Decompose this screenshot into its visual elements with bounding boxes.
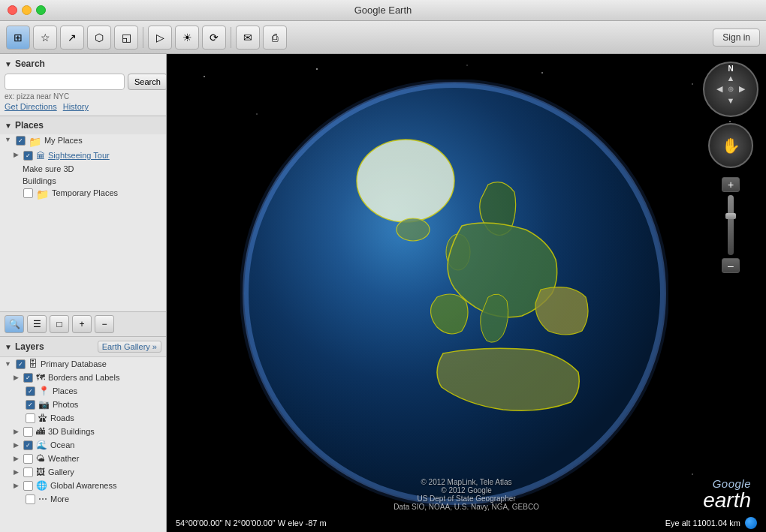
primary-db-checkbox[interactable]: ✓ (16, 359, 26, 369)
search-row: Search (5, 74, 161, 90)
weather-checkbox[interactable] (23, 454, 33, 464)
sightseeing-label[interactable]: Sightseeing Tour (48, 151, 110, 160)
sightseeing-tour-item[interactable]: ▶ ✓ 🏛 Sightseeing Tour (0, 149, 166, 163)
my-places-item[interactable]: ▼ ✓ 📁 My Places (0, 134, 166, 149)
north-label: N (728, 65, 733, 73)
earth-gallery-button[interactable]: Earth Gallery » (98, 341, 161, 353)
svg-point-1 (204, 76, 205, 77)
email-button[interactable]: ✉ (236, 26, 260, 50)
compass-center[interactable]: ⊕ (725, 84, 737, 95)
status-bar: 54°00'00.00" N 2°00'00.00" W elev -87 m … (167, 514, 766, 532)
globe-status-icon[interactable] (745, 517, 757, 529)
places-header: ▼ Places (0, 116, 166, 134)
sightseeing-checkbox[interactable]: ✓ (23, 151, 33, 161)
search-collapse-icon[interactable]: ▼ (5, 60, 12, 68)
svg-point-14 (541, 72, 543, 74)
arrow-se[interactable] (736, 95, 747, 106)
more-item[interactable]: ⋯ More (0, 492, 166, 506)
search-title: Search (15, 59, 45, 69)
photos-icon: 📷 (38, 399, 50, 410)
gallery-item[interactable]: ▶ 🖼 Gallery (0, 465, 166, 479)
view-mode-button[interactable]: ⊞ (6, 26, 30, 50)
maximize-button[interactable] (36, 5, 46, 15)
borders-item[interactable]: ▶ ✓ 🗺 Borders and Labels (0, 371, 166, 384)
overlay-button[interactable]: ◱ (114, 26, 138, 50)
tour-button[interactable]: ▷ (148, 26, 172, 50)
polygon-button[interactable]: ⬡ (87, 26, 111, 50)
zoom-thumb[interactable] (725, 213, 736, 219)
history-link[interactable]: History (63, 102, 89, 111)
expand-gallery: ▶ (14, 468, 19, 476)
more-icon: ⋯ (38, 494, 47, 504)
3d-note-item: Make sure 3D (0, 163, 166, 175)
3d-buildings-checkbox[interactable] (23, 427, 33, 437)
svg-point-3 (316, 68, 318, 70)
globe[interactable] (240, 80, 668, 507)
arrow-sw[interactable] (714, 95, 725, 106)
temporary-places-item[interactable]: ▶ 📁 Temporary Places (0, 187, 166, 202)
weather-item[interactable]: ▶ 🌤 Weather (0, 452, 166, 465)
arrow-w[interactable]: ◀ (714, 84, 725, 95)
minimize-button[interactable] (22, 5, 32, 15)
arrow-n[interactable]: ▲ (725, 73, 737, 84)
gallery-checkbox[interactable] (23, 467, 33, 477)
global-item[interactable]: ▶ 🌐 Global Awareness (0, 479, 166, 492)
global-checkbox[interactable] (23, 481, 33, 491)
roads-checkbox[interactable] (26, 413, 35, 423)
list-view-btn[interactable]: ☰ (27, 315, 47, 333)
eye-alt-container: Eye alt 11001.04 km (665, 517, 757, 529)
titlebar: Google Earth (0, 0, 766, 21)
placemark-button[interactable]: ☆ (33, 26, 57, 50)
expand-layers-icon: ▼ (5, 360, 11, 368)
compass-ring[interactable]: N ▲ ◀ ⊕ ▶ ▼ (703, 62, 758, 117)
my-places-checkbox[interactable]: ✓ (16, 136, 26, 146)
print-button[interactable]: ⎙ (263, 26, 287, 50)
photos-label: Photos (53, 400, 78, 409)
arrow-ne[interactable] (736, 73, 747, 84)
detail-view-btn[interactable]: □ (50, 315, 69, 333)
zoom-in-button[interactable]: + (722, 177, 740, 192)
borders-checkbox[interactable]: ✓ (23, 373, 33, 383)
primary-db-item[interactable]: ▼ ✓ 🗄 Primary Database (0, 357, 166, 371)
search-input[interactable] (5, 74, 125, 90)
places-layer-checkbox[interactable]: ✓ (26, 386, 35, 396)
roads-label: Roads (50, 413, 74, 422)
search-places-btn[interactable]: 🔍 (5, 315, 24, 333)
photos-item[interactable]: ✓ 📷 Photos (0, 398, 166, 411)
historical-button[interactable]: ⟳ (202, 26, 226, 50)
roads-item[interactable]: 🛣 Roads (0, 411, 166, 425)
add-folder-btn[interactable]: + (72, 315, 92, 333)
global-label: Global Awareness (50, 481, 116, 490)
arrow-nw[interactable] (714, 73, 725, 84)
close-button[interactable] (8, 5, 17, 15)
db-icon: 🗄 (29, 359, 38, 369)
arrow-e[interactable]: ▶ (736, 84, 747, 95)
places-title: Places (15, 120, 44, 131)
zoom-track[interactable] (728, 195, 734, 255)
3d-note-label: Make sure 3D (23, 164, 74, 173)
get-directions-link[interactable]: Get Directions (5, 102, 57, 111)
ocean-checkbox[interactable]: ✓ (23, 440, 33, 450)
places-panel: ▼ Places ▼ ✓ 📁 My Places ▶ ✓ 🏛 Sightseei… (0, 116, 166, 312)
search-button[interactable]: Search (128, 74, 167, 90)
places-collapse-icon[interactable]: ▼ (5, 122, 12, 130)
map-area[interactable]: © 2012 MapLink, Tele Atlas © 2012 Google… (167, 54, 766, 532)
layers-collapse-icon[interactable]: ▼ (5, 343, 12, 351)
ocean-item[interactable]: ▶ ✓ 🌊 Ocean (0, 438, 166, 452)
photos-checkbox[interactable]: ✓ (26, 400, 35, 410)
temporary-checkbox[interactable] (23, 188, 33, 198)
layers-title-container: ▼ Layers (5, 341, 44, 352)
svg-point-5 (692, 83, 693, 85)
gallery-icon: 🖼 (36, 467, 45, 477)
places-layer-item[interactable]: ✓ 📍 Places (0, 384, 166, 398)
more-checkbox[interactable] (26, 494, 35, 504)
sun-button[interactable]: ☀ (175, 26, 199, 50)
path-button[interactable]: ↗ (60, 26, 84, 50)
3d-buildings-item[interactable]: ▶ 🏙 3D Buildings (0, 425, 166, 438)
look-control[interactable]: ✋ (708, 123, 753, 168)
arrow-s[interactable]: ▼ (725, 95, 737, 106)
zoom-out-button[interactable]: – (722, 258, 740, 273)
signin-button[interactable]: Sign in (713, 29, 760, 47)
remove-btn[interactable]: − (95, 315, 114, 333)
3d-note-item-2: Buildings (0, 175, 166, 187)
